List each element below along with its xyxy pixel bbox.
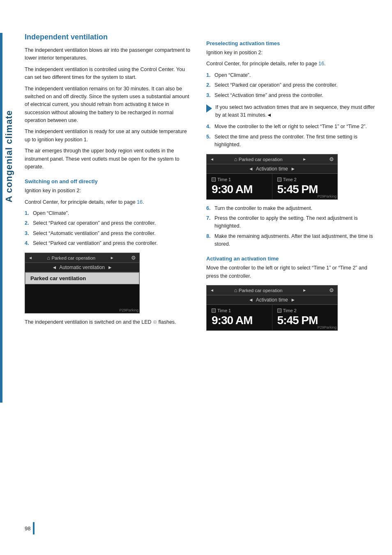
step-text: Select “Parked car operation” and press … [214,81,376,89]
mockup-selected-item: Parked car ventilation [25,272,139,284]
time2-label-text-b: Time 2 [283,308,297,313]
step-num: 2. [25,219,31,227]
step-num: 1. [206,71,213,79]
note-box: If you select two activation times that … [206,104,376,119]
preselecting-title: Preselecting activation times [206,40,376,46]
mockup-subheader-left: ◄ Automatic ventilation ► [25,263,139,272]
step-text: Select the time and press the controller… [214,133,376,149]
step-num: 2. [206,81,213,89]
arrow-left-icon: ◄ [210,288,214,292]
preselecting-steps-2: 4. Move the controller to the left or ri… [206,123,376,149]
arrow-right-icon: ► [302,157,307,161]
time1-label-text-b: Time 1 [217,308,231,313]
step-item: 2. Select “Parked car operation” and pre… [206,81,376,89]
settings-icon: ⚙ [329,156,334,162]
ref-link-right[interactable]: 16 [318,61,324,67]
footer-text-1: The independent ventilation is switched … [25,319,153,325]
intro-para-1: The independent ventilation blows air in… [25,46,194,62]
arrow-left-icon: ◄ [210,157,214,161]
page-number: 98 [25,525,30,532]
step-text: Select “Parked car operation” and press … [33,219,194,227]
arrow-right-icon: ► [110,256,114,260]
time-mockup-subheader-top: ◄ Activation time ► [207,164,337,174]
step-text: Open “Climate”. [33,210,194,217]
switching-title: Switching on and off directly [25,178,194,184]
time-mockup-header-bottom: ◄ ⌂ Parked car operation ► ⚙ [207,286,337,295]
step-text: Make the remaining adjustments. After th… [214,233,376,249]
step-num: 8. [206,233,213,249]
step-item: 6. Turn the controller to make the adjus… [206,205,376,212]
time1-label-bottom: Time 1 [212,308,267,313]
switching-steps: 1. Open “Climate”. 2. Select “Parked car… [25,210,194,248]
mockup-header-center-left: ⌂ Parked car operation [47,255,95,261]
control-center-line-right: Control Center, for principle details, r… [206,60,376,68]
step-num: 4. [25,240,31,247]
time2-label-top: Time 2 [277,177,333,182]
cc-text-left: Control Center, for principle details, r… [25,199,137,205]
time-mockup-subheader-bottom: ◄ Activation time ► [207,295,337,305]
time-mockup-header-center-top: ⌂ Parked car operation [234,156,283,162]
left-mockup: ◄ ⌂ Parked car operation ► ⚙ ◄ Automatic… [25,253,140,313]
preselecting-steps-3: 6. Turn the controller to make the adjus… [206,205,376,249]
mockup-label-bottom: P29Parking [317,325,337,329]
step-text: Press the controller to apply the settin… [214,214,376,230]
checkbox-icon [212,177,216,182]
time-mockup-header-top: ◄ ⌂ Parked car operation ► ⚙ [207,154,337,164]
time-mockup-header-center-bottom: ⌂ Parked car operation [234,287,283,293]
time-cell-1-top: Time 1 9:30 AM [207,174,272,199]
footer-text: The independent ventilation is switched … [25,318,194,326]
step-item: 3. Select “Activation time” and press th… [206,92,376,99]
time2-label-bottom: Time 2 [277,308,333,313]
note-triangle-icon [206,104,212,113]
time1-value-bottom: 9:30 AM [212,314,267,327]
footer-text-2: flashes. [159,319,176,325]
mockup-label-top: P29Parking [317,194,337,198]
time2-label-text: Time 2 [283,177,297,182]
mockup-header-left: ◄ ⌂ Parked car operation ► ⚙ [25,253,139,263]
step-num: 3. [206,92,213,99]
sidebar-label: A congenial climate [4,110,14,203]
time1-label-text: Time 1 [217,177,231,182]
time1-value-top: 9:30 AM [212,183,267,196]
page-number-bar [33,522,35,534]
step-num: 4. [206,123,213,131]
step-num: 3. [25,230,31,237]
ignition-line-left: Ignition key in position 2: [25,187,194,195]
step-num: 6. [206,205,213,212]
step-item: 1. Open “Climate”. [206,71,376,79]
step-item: 2. Select “Parked car operation” and pre… [25,219,194,227]
step-text: Turn the controller to make the adjustme… [214,205,376,212]
step-text: Select “Automatic ventilation” and press… [33,230,194,237]
checkbox-icon [212,309,216,313]
control-center-line-left: Control Center, for principle details, r… [25,198,194,206]
settings-icon: ⚙ [329,287,334,293]
section-title: Independent ventilation [25,33,194,41]
ref-link-left[interactable]: 16 [137,199,143,205]
checkbox-icon [277,177,281,182]
step-num: 1. [25,210,31,217]
step-item: 8. Make the remaining adjustments. After… [206,233,376,249]
sidebar: A congenial climate [0,33,18,279]
activating-title: Activating an activation time [206,256,376,262]
checkbox-icon [277,309,281,313]
led-icon: ☉ [153,320,157,325]
step-num: 7. [206,214,213,230]
page-number-area: 98 [25,522,35,534]
step-text: Move the controller to the left or right… [214,123,376,131]
step-item: 4. Select “Parked car ventilation” and p… [25,240,194,247]
activating-body: Move the controller to the left or right… [206,264,376,280]
settings-icon: ⚙ [131,255,136,261]
time-mockup-bottom: ◄ ⌂ Parked car operation ► ⚙ ◄ Activatio… [206,285,338,331]
step-item: 1. Open “Climate”. [25,210,194,217]
main-content: Independent ventilation The independent … [25,33,376,336]
ignition-line-right: Ignition key in position 2: [206,49,376,57]
time-mockup-top: ◄ ⌂ Parked car operation ► ⚙ ◄ Activatio… [206,154,338,200]
step-text: Select “Parked car ventilation” and pres… [33,240,194,247]
arrow-left-icon: ◄ [28,256,32,260]
intro-para-3: The independent ventilation remains on f… [25,85,194,125]
right-column: Preselecting activation times Ignition k… [206,33,376,336]
step-item: 4. Move the controller to the left or ri… [206,123,376,131]
intro-para-2: The independent ventilation is controlle… [25,66,194,82]
note-text: If you select two activation times that … [215,104,376,119]
step-text: Open “Climate”. [214,71,376,79]
